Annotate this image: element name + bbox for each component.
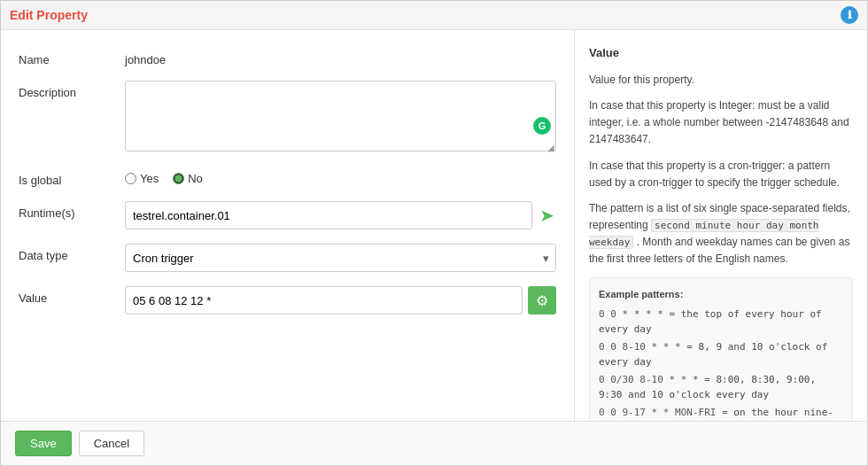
data-type-row: Data type Cron trigger ▾ — [19, 244, 556, 272]
help-p1: Value for this property. — [589, 72, 853, 89]
radio-yes-item[interactable]: Yes — [125, 172, 159, 185]
radio-yes-input[interactable] — [125, 173, 136, 184]
data-type-label: Data type — [19, 244, 125, 262]
runtimes-row: Runtime(s) ➤ — [19, 201, 556, 229]
dialog-footer: Save Cancel — [1, 421, 867, 465]
runtimes-control: ➤ — [125, 201, 556, 229]
gear-button[interactable]: ⚙ — [528, 286, 556, 315]
value-input-wrapper: ⚙ — [125, 286, 556, 315]
runtimes-arrow-button[interactable]: ➤ — [538, 205, 556, 226]
radio-no-input[interactable] — [173, 173, 184, 184]
runtimes-label: Runtime(s) — [19, 201, 125, 220]
radio-yes-label: Yes — [140, 172, 159, 185]
name-row: Name johndoe — [19, 48, 556, 66]
is-global-control: Yes No — [125, 168, 556, 185]
pattern-row-4: 0 0 9-17 * * MON-FRI = on the hour nine-… — [599, 406, 843, 421]
data-type-select-wrapper: Cron trigger ▾ — [125, 244, 556, 272]
runtimes-input[interactable] — [125, 201, 532, 229]
description-textarea[interactable] — [125, 81, 556, 151]
description-label: Description — [19, 81, 125, 99]
edit-property-dialog: Edit Property ℹ Name johndoe Description… — [0, 0, 868, 466]
is-global-row: Is global Yes No — [19, 168, 556, 187]
value-input[interactable] — [125, 286, 523, 315]
dialog-header: Edit Property ℹ — [1, 1, 867, 30]
title-property-word: Property — [33, 8, 87, 22]
dialog-body: Name johndoe Description G ◢ Is glo — [1, 30, 867, 421]
data-type-control: Cron trigger ▾ — [125, 244, 556, 272]
is-global-label: Is global — [19, 168, 125, 187]
radio-no-item[interactable]: No — [173, 172, 203, 185]
help-title: Value — [589, 44, 853, 63]
description-row: Description G ◢ — [19, 81, 556, 154]
save-button[interactable]: Save — [15, 431, 72, 456]
help-p4: The pattern is a list of six single spac… — [589, 200, 853, 268]
pattern-row-2: 0 0 8-10 * * * = 8, 9 and 10 o'clock of … — [599, 340, 843, 369]
pattern-code-2: 0 0 8-10 * * * — [599, 341, 681, 353]
radio-group: Yes No — [125, 168, 556, 185]
description-control: G ◢ — [125, 81, 556, 154]
name-control: johndoe — [125, 48, 556, 66]
radio-no-label: No — [188, 172, 203, 185]
pattern-row-1: 0 0 * * * * = the top of every hour of e… — [599, 307, 843, 337]
pattern-code-3: 0 0/30 8-10 * * * — [599, 374, 699, 385]
value-control: ⚙ — [125, 286, 556, 315]
data-type-select[interactable]: Cron trigger — [125, 244, 556, 272]
help-panel: Value Value for this property. In case t… — [575, 30, 867, 421]
help-p2: In case that this property is Integer: m… — [589, 97, 853, 149]
name-value: johndoe — [125, 48, 556, 66]
cancel-button[interactable]: Cancel — [79, 431, 144, 456]
dialog-title: Edit Property — [10, 8, 88, 22]
runtimes-input-group: ➤ — [125, 201, 556, 229]
help-p3: In case that this property is a cron-tri… — [589, 158, 853, 191]
grammarly-icon: G — [533, 117, 551, 135]
title-edit-word: Edit — [10, 8, 33, 22]
textarea-wrapper: G ◢ — [125, 81, 556, 154]
pattern-code-4: 0 0 9-17 * * MON-FRI — [599, 407, 716, 418]
pattern-row-3: 0 0/30 8-10 * * * = 8:00, 8:30, 9:00, 9:… — [599, 373, 843, 402]
resize-handle[interactable]: ◢ — [547, 143, 554, 152]
examples-title: Example patterns: — [599, 287, 843, 303]
pattern-code-1: 0 0 * * * * — [599, 308, 663, 320]
example-patterns-block: Example patterns: 0 0 * * * * = the top … — [589, 277, 853, 421]
value-row: Value ⚙ — [19, 286, 556, 315]
info-icon[interactable]: ℹ — [841, 6, 858, 24]
form-panel: Name johndoe Description G ◢ Is glo — [1, 30, 575, 421]
name-label: Name — [19, 48, 125, 66]
value-label: Value — [19, 286, 125, 305]
